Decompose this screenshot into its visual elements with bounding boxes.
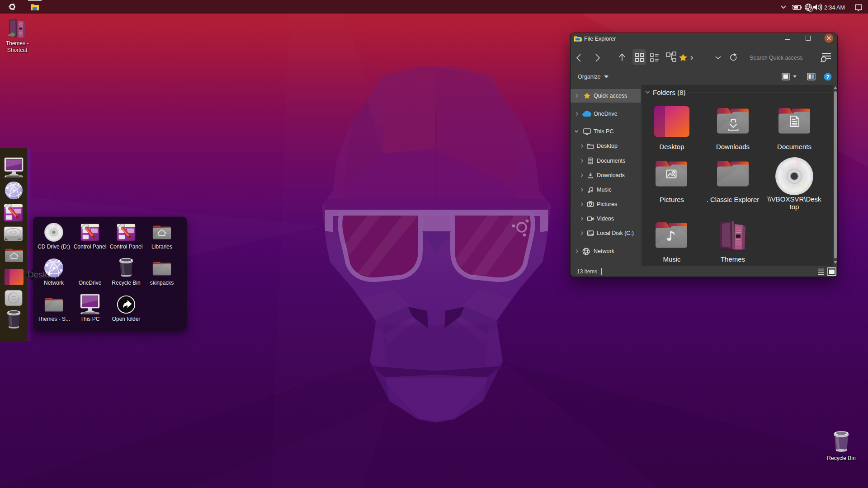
svg-text:?: ? xyxy=(826,74,829,80)
svg-text:Search Quick access: Search Quick access xyxy=(750,55,802,61)
svg-text:2:34 AM: 2:34 AM xyxy=(824,5,845,11)
